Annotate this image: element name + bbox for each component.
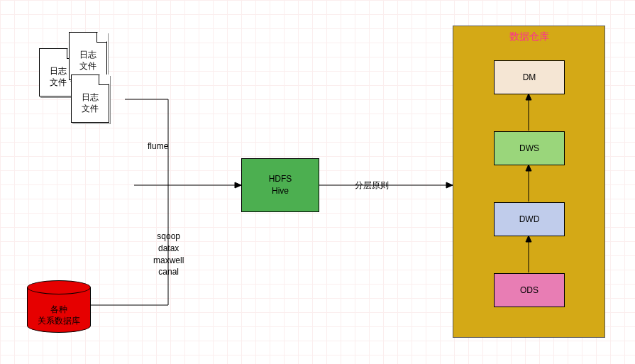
dwd-layer: DWD xyxy=(494,202,565,236)
ods-layer: ODS xyxy=(494,273,565,307)
log-file-label: 日志文件 xyxy=(70,50,106,72)
flume-label: flume xyxy=(148,140,168,153)
data-warehouse-container: 数据仓库 DM DWS DWD ODS xyxy=(453,26,605,338)
log-file-doc: 日志文件 xyxy=(71,75,109,123)
log-file-label: 日志文件 xyxy=(72,92,109,114)
log-file-doc: 日志文件 xyxy=(69,32,107,80)
warehouse-title: 数据仓库 xyxy=(453,31,604,43)
hdfs-hive-box: HDFSHive xyxy=(241,158,319,212)
sqoop-label: sqoopdataxmaxwellcanal xyxy=(153,231,184,278)
rdbms-label: 各种关系数据库 xyxy=(27,304,91,326)
dws-layer: DWS xyxy=(494,131,565,165)
rdbms-cylinder: 各种关系数据库 xyxy=(27,280,91,337)
hdfs-label: HDFSHive xyxy=(269,173,292,197)
layer-rule-label: 分层原则 xyxy=(355,180,389,192)
dm-layer: DM xyxy=(494,60,565,94)
